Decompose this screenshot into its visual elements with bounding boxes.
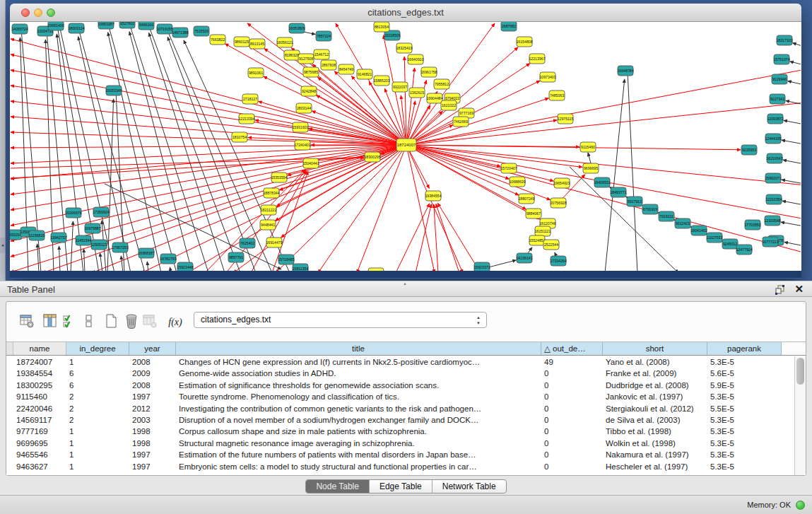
graph-node[interactable]: 9115460 <box>580 142 596 152</box>
graph-node[interactable]: 20756928 <box>550 198 566 208</box>
graph-edge[interactable] <box>396 204 430 271</box>
graph-node[interactable]: 9891061 <box>248 68 264 78</box>
table-cell[interactable]: 0 <box>541 403 603 414</box>
graph-node[interactable]: 14055724 <box>11 24 28 34</box>
tab-edge-table[interactable]: Edge Table <box>370 480 433 493</box>
column-header-title[interactable]: title <box>176 342 541 355</box>
table-cell[interactable]: 5.3E-5 <box>707 426 782 437</box>
graph-node[interactable]: 9322037 <box>392 82 408 92</box>
graph-edge[interactable] <box>437 203 481 271</box>
table-row[interactable]: 1938455462009Genome-wide association stu… <box>6 368 794 379</box>
graph-edge[interactable] <box>406 145 463 271</box>
graph-node[interactable]: 8813054 <box>374 22 389 32</box>
table-cell[interactable]: 5.9E-5 <box>707 380 782 391</box>
graph-node[interactable]: 8454749 <box>339 64 354 74</box>
graph-node[interactable]: 10975887 <box>84 223 100 233</box>
table-row[interactable]: 911546021997Tourette syndrome. Phenomeno… <box>6 391 794 402</box>
graph-edge[interactable] <box>11 39 406 145</box>
table-cell[interactable]: 1 <box>66 356 129 368</box>
graph-node[interactable]: 2718127 <box>242 94 258 104</box>
graph-node[interactable]: 18493771 <box>610 187 626 197</box>
table-cell[interactable]: 0 <box>541 380 603 391</box>
graph-node[interactable]: 11027533 <box>707 233 723 243</box>
graph-edge[interactable] <box>406 145 579 147</box>
table-cell[interactable]: 5.3E-5 <box>707 449 782 460</box>
table-cell[interactable]: Tourette syndrome. Phenomenology and cla… <box>176 391 541 402</box>
graph-node[interactable]: 1810754 <box>232 132 247 142</box>
graph-edge[interactable] <box>784 242 801 246</box>
graph-edge[interactable] <box>100 253 102 271</box>
table-body[interactable]: 1872400712008Changes of HCN gene express… <box>6 356 794 475</box>
graph-node[interactable]: 9127508 <box>298 54 314 64</box>
delete-table-button[interactable] <box>122 313 141 332</box>
graph-node[interactable]: 16640910 <box>407 54 423 64</box>
graph-node[interactable]: 14671388 <box>172 28 188 37</box>
graph-node[interactable]: 15040441 <box>302 158 319 168</box>
show-column-button[interactable] <box>41 313 59 332</box>
graph-node[interactable]: 12103548 <box>764 216 780 226</box>
table-cell[interactable]: Disruption of a novel member of a sodium… <box>176 414 541 426</box>
graph-edge[interactable] <box>783 160 801 164</box>
graph-node[interactable]: 9884067 <box>526 209 541 218</box>
graph-node[interactable]: 7857224 <box>316 31 331 41</box>
graph-node[interactable]: 1362615 <box>409 88 425 98</box>
graph-node[interactable]: 16056121 <box>276 37 293 47</box>
graph-node[interactable]: 9875685 <box>303 67 319 77</box>
graph-node[interactable]: 7663822 <box>210 35 225 45</box>
graph-node[interactable]: 12444195 <box>765 134 781 144</box>
graph-edge[interactable] <box>605 79 625 271</box>
select-columns-button[interactable] <box>60 313 78 332</box>
scrollbar-thumb[interactable] <box>796 358 804 385</box>
graph-node[interactable]: 15885203 <box>373 76 389 86</box>
table-row[interactable]: 946362711997Embryonic stem cells: a mode… <box>6 461 794 472</box>
graph-edge[interactable] <box>71 221 73 271</box>
graph-node[interactable]: 14136141 <box>516 253 532 263</box>
graph-edge[interactable] <box>148 25 240 271</box>
graph-node[interactable]: 10653287 <box>98 22 114 29</box>
graph-edge[interactable] <box>588 153 591 163</box>
graph-edge[interactable] <box>406 145 582 167</box>
graph-edge[interactable] <box>436 204 459 271</box>
graph-node[interactable]: 9860125 <box>234 37 249 47</box>
graph-node[interactable]: 9129946 <box>772 74 787 84</box>
splitter-grip-icon[interactable]: ▴ <box>401 281 408 285</box>
table-cell[interactable]: 1 <box>66 426 129 437</box>
table-row[interactable]: 1830029562008Estimation of significance … <box>6 380 794 391</box>
table-cell[interactable]: 1997 <box>129 449 176 460</box>
table-cell[interactable]: 2008 <box>129 356 176 368</box>
table-cell[interactable]: 0 <box>541 461 603 472</box>
graph-edge[interactable] <box>406 98 549 145</box>
graph-node[interactable]: 19384554 <box>425 191 441 201</box>
table-cell[interactable]: 18724007 <box>13 356 66 368</box>
table-vertical-scrollbar[interactable] <box>794 356 806 475</box>
graph-node[interactable]: 20206576 <box>65 208 81 218</box>
table-cell[interactable]: de Silva et al. (2003) <box>603 414 707 426</box>
tab-network-table[interactable]: Network Table <box>433 480 506 493</box>
table-cell[interactable]: Dudbridge et al. (2008) <box>603 380 707 391</box>
graph-edge[interactable] <box>84 249 85 271</box>
graph-node[interactable]: 10973403 <box>539 72 555 82</box>
graph-edge[interactable] <box>406 69 801 145</box>
table-cell[interactable]: 49 <box>541 356 603 368</box>
graph-node[interactable]: 18878344 <box>263 188 279 198</box>
graph-node[interactable]: 8917913 <box>627 197 642 206</box>
graph-edge[interactable] <box>149 33 225 271</box>
graph-node[interactable]: 2803144 <box>296 103 312 113</box>
table-cell[interactable]: 1 <box>66 449 129 460</box>
column-header-name[interactable]: name <box>13 342 66 355</box>
graph-node[interactable]: 2687682 <box>501 22 517 31</box>
graph-edge[interactable] <box>264 76 406 145</box>
float-panel-icon[interactable] <box>775 284 785 295</box>
graph-node[interactable]: 10688639 <box>509 177 525 187</box>
table-cell[interactable]: 6 <box>66 368 129 379</box>
table-cell[interactable]: 2003 <box>129 414 176 426</box>
graph-node[interactable]: 9146821 <box>357 69 372 79</box>
graph-node[interactable]: 19904484 <box>426 93 442 103</box>
graph-edge[interactable] <box>121 256 123 271</box>
graph-node[interactable]: 10719155 <box>156 24 172 34</box>
graph-node[interactable]: 15923371 <box>473 262 490 271</box>
graph-node[interactable]: 18003124 <box>68 23 84 33</box>
table-cell[interactable]: 19384554 <box>13 368 66 379</box>
graph-edge[interactable] <box>406 23 495 145</box>
table-cell[interactable]: Jankovic et al. (1997) <box>603 391 707 402</box>
